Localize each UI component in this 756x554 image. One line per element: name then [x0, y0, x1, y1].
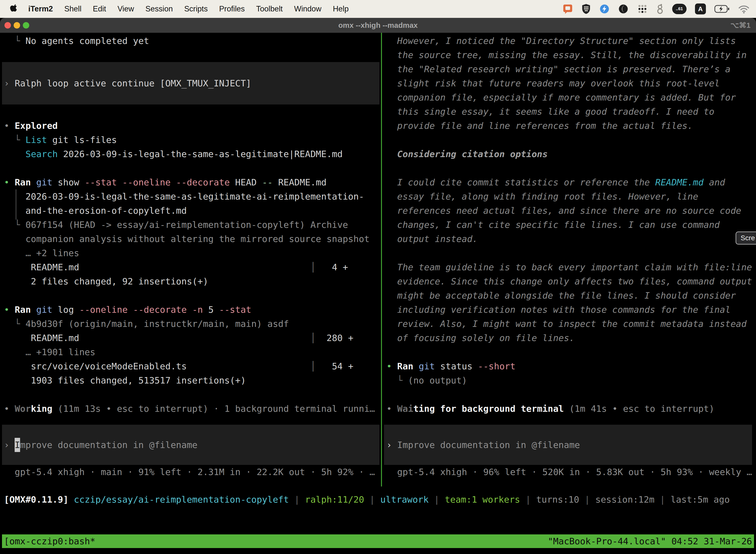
terminal-line: this single essay, it seems like a good …: [384, 105, 756, 119]
menu-item-profiles[interactable]: Profiles: [219, 4, 245, 13]
percent-badge-icon[interactable]: ..61: [672, 4, 687, 14]
tree-guide-line: [16, 189, 16, 220]
menu-item-help[interactable]: Help: [333, 4, 349, 13]
text-segment: 54 +: [316, 361, 354, 371]
inject-banner: › Ralph loop active continue [OMX_TMUX_I…: [2, 62, 379, 105]
text-segment: references need actual files, and since …: [386, 206, 741, 216]
apple-menu-icon[interactable]: [10, 4, 18, 14]
crescent-circle-icon[interactable]: [618, 4, 629, 14]
tmux-host-time: "MacBook-Pro-44.local" 04:52 31-Mar-26: [548, 535, 752, 548]
terminal-line: provide file and line references from th…: [384, 119, 756, 133]
text-segment: changes, I can't cite specific file line…: [386, 220, 720, 230]
text-segment: ›: [4, 76, 15, 90]
text-segment: •: [386, 403, 397, 414]
text-segment: │: [310, 333, 316, 343]
text-segment: the source tree, missing the essay. Stil…: [386, 50, 747, 60]
text-segment: Wai: [397, 403, 413, 414]
text-segment: └: [4, 135, 25, 145]
battery-icon[interactable]: [714, 5, 730, 13]
terminal-line: companion file, especially if more comme…: [384, 90, 756, 105]
text-segment: (11m 13s • esc to interrupt) · 1 backgro…: [52, 403, 375, 414]
text-segment: including verification notes with those …: [386, 304, 731, 315]
text-segment: Ran: [15, 177, 31, 187]
text-segment: this single essay, it seems like a good …: [386, 107, 714, 117]
prompt-input-left[interactable]: › Improve documentation in @filename: [2, 425, 379, 465]
terminal-line: └ No agents completed yet: [0, 34, 379, 48]
terminal-line: └ List git ls-files: [0, 133, 379, 147]
terminal-line: Considering citation options: [384, 147, 756, 161]
session-status-left: gpt-5.4 xhigh · main · 91% left · 2.31M …: [0, 465, 379, 479]
text-segment: Ran: [397, 361, 413, 371]
menu-status-icons: ..61 A: [563, 3, 750, 14]
text-segment: --stat: [219, 304, 251, 315]
text-segment: 2 files changed, 92 insertions(+): [4, 276, 208, 286]
text-segment: List: [25, 135, 47, 145]
text-segment: git: [36, 177, 52, 187]
squiggle-eight-icon[interactable]: [656, 3, 664, 14]
text-segment: 067f154 (HEAD -> essay/ai-reimplementati…: [25, 220, 348, 230]
text-segment: HEAD: [230, 177, 262, 187]
terminal-line: the source tree, missing the essay. Stil…: [384, 48, 756, 62]
text-segment: └: [4, 319, 25, 329]
terminal-line: However, I noticed the "Directory Struct…: [384, 34, 756, 48]
terminal-output-right: However, I noticed the "Directory Struct…: [384, 34, 756, 416]
text-segment: 4 +: [316, 262, 348, 272]
menu-item-scripts[interactable]: Scripts: [184, 4, 208, 13]
prompt-input-right[interactable]: › Improve documentation in @filename: [384, 425, 752, 465]
menu-item-iterm2[interactable]: iTerm2: [28, 4, 53, 13]
text-segment: 280 +: [316, 333, 354, 343]
title-bar[interactable]: omx --xhigh --madmax ⌥⌘1: [0, 18, 756, 33]
terminal-line: I could cite commit statistics or refere…: [384, 175, 756, 189]
terminal-line: … +1901 lines: [0, 345, 379, 359]
text-segment: 5: [208, 304, 219, 315]
terminal-line: 2 files changed, 92 insertions(+): [0, 274, 379, 288]
terminal-line: • Waiting for background terminal (1m 41…: [384, 402, 756, 416]
text-segment: --stat --oneline --decorate: [84, 177, 230, 187]
shield-grid-icon[interactable]: [581, 4, 591, 14]
terminal-line: the "Related research writing" section i…: [384, 62, 756, 76]
blank-line: [0, 387, 379, 402]
dots-grid-icon[interactable]: [637, 3, 648, 14]
chat-bubble-icon[interactable]: [563, 4, 573, 14]
terminal-line: src/voice/voiceModeEnabled.ts │ 54 +: [0, 359, 379, 373]
blank-line: [384, 246, 756, 260]
text-segment: team:1 workers: [445, 494, 520, 505]
text-segment: ›: [386, 438, 397, 452]
pane-divider[interactable]: [381, 33, 382, 487]
blue-badge-icon[interactable]: [599, 4, 610, 14]
menu-item-view[interactable]: View: [118, 4, 134, 13]
text-segment: companion file, especially if more comme…: [386, 92, 736, 103]
text-segment: •: [4, 304, 15, 315]
menu-item-session[interactable]: Session: [145, 4, 173, 13]
text-segment: essay file, along with finding root file…: [386, 191, 698, 202]
text-segment: of focusing solely on file lines.: [386, 333, 575, 343]
text-segment: review. Also, I might want to inspect th…: [386, 319, 747, 329]
text-segment: and-the-erosion-of-copyleft.md: [4, 206, 187, 216]
terminal-line: • Ran git log --oneline --decorate -n 5 …: [0, 302, 379, 317]
text-segment: [68, 494, 74, 505]
terminal-line: The team guideline is to back every impo…: [384, 260, 756, 274]
text-segment: … +1901 lines: [4, 347, 95, 357]
text-segment: Search: [25, 149, 58, 159]
tmux-status-bar: [omx-cczip0:bash* "MacBook-Pro-44.local"…: [2, 535, 754, 548]
text-segment: status: [435, 361, 478, 371]
text-segment: README.md: [4, 333, 310, 343]
blank-line: [384, 161, 756, 175]
input-source-icon[interactable]: A: [695, 3, 706, 14]
text-segment: •: [4, 121, 15, 131]
pane-left: └ No agents completed yet› Ralph loop ac…: [0, 33, 379, 479]
text-segment: might be acceptable alongside the file l…: [386, 290, 736, 300]
terminal-line: 1903 files changed, 513517 insertions(+): [0, 373, 379, 387]
terminal-line: 2026-03-09-is-legal-the-same-as-legitima…: [0, 189, 379, 204]
menu-item-edit[interactable]: Edit: [93, 4, 106, 13]
omx-status-bar: [OMX#0.11.9] cczip/essay/ai-reimplementa…: [0, 492, 730, 507]
menu-item-window[interactable]: Window: [294, 4, 321, 13]
text-segment: --short: [478, 361, 516, 371]
blank-line: [384, 133, 756, 147]
menu-item-shell[interactable]: Shell: [64, 4, 81, 13]
wifi-icon[interactable]: [738, 4, 750, 13]
text-segment: |: [579, 494, 595, 505]
text-segment: king: [31, 403, 52, 414]
window-shortcut: ⌥⌘1: [731, 18, 751, 33]
menu-item-toolbelt[interactable]: Toolbelt: [256, 4, 283, 13]
